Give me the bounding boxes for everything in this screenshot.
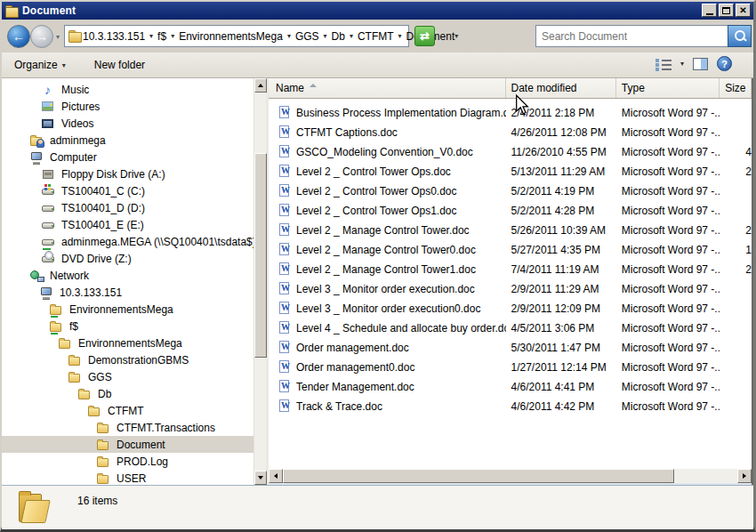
chevron-down-icon[interactable]: ▾ xyxy=(394,32,406,40)
breadcrumb-segment-label[interactable]: GGS xyxy=(295,30,319,43)
sidebar-tree-item[interactable]: adminmega.MEGA (\\SQ100401\tsdata$) (H:) xyxy=(2,233,253,250)
file-type: Microsoft Word 97 -... xyxy=(616,263,720,276)
sidebar-tree-item[interactable]: Computer xyxy=(2,149,253,165)
refresh-button[interactable]: ⇄ xyxy=(414,26,435,46)
sidebar-tree-item[interactable]: CTFMT.Transactions xyxy=(2,419,253,436)
horizontal-scroll-thumb[interactable] xyxy=(283,469,674,483)
sidebar-tree-item[interactable]: PROD.Log xyxy=(2,453,253,470)
scroll-left-button[interactable] xyxy=(269,469,283,483)
sidebar-tree-item[interactable]: Music xyxy=(2,81,253,98)
breadcrumb-segment-label[interactable]: 10.3.133.151 xyxy=(83,30,145,43)
help-icon[interactable]: ? xyxy=(717,56,732,71)
file-row[interactable]: Tender Management.doc 4/6/2011 4:41 PM M… xyxy=(269,377,752,397)
column-header-name[interactable]: Name xyxy=(269,78,506,98)
file-name: Level 2 _ Control Tower Ops0.doc xyxy=(296,185,457,197)
sidebar-tree-item[interactable]: 10.3.133.151 xyxy=(2,284,253,301)
scroll-right-button[interactable] xyxy=(737,469,752,483)
forward-button[interactable]: → xyxy=(30,25,53,48)
breadcrumb-segment[interactable]: ▾ Db xyxy=(319,30,345,43)
breadcrumb-segment-label[interactable]: f$ xyxy=(157,30,166,43)
scroll-up-button[interactable] xyxy=(254,78,267,93)
breadcrumb-segment-label[interactable]: Db xyxy=(332,30,345,43)
titlebar[interactable]: Document ✕ xyxy=(2,2,753,20)
file-list-panel: Name Date modified Type Size xyxy=(269,78,753,485)
sidebar-tree-item[interactable]: adminmega xyxy=(2,132,253,149)
sidebar-tree-item[interactable]: TS100401_C (C:) xyxy=(2,182,253,199)
file-name: Level 3 _ Monitor order execution.doc xyxy=(296,283,475,295)
file-row[interactable]: Level 3 _ Monitor order execution.doc 2/… xyxy=(269,279,752,299)
sidebar-tree-item[interactable]: DemonstrationGBMS xyxy=(2,351,253,368)
file-row[interactable]: Level 2 _ Manage Control Tower0.doc 5/27… xyxy=(269,240,752,260)
close-button[interactable]: ✕ xyxy=(736,4,751,17)
sort-ascending-icon xyxy=(310,84,317,87)
sidebar-tree-item[interactable]: USER xyxy=(2,470,253,485)
file-row[interactable]: CTFMT Captions.doc 4/26/2011 12:08 PM Mi… xyxy=(269,123,752,142)
address-history-chevron-icon[interactable]: ▾ xyxy=(454,32,462,40)
sidebar-tree-item[interactable]: Videos xyxy=(2,115,253,132)
sidebar-tree-item[interactable]: Document xyxy=(2,436,253,453)
new-folder-button[interactable]: New folder xyxy=(87,55,152,75)
file-type: Microsoft Word 97 -... xyxy=(616,381,720,393)
file-row[interactable]: GSCO_Modeling Convention_V0.doc 11/26/20… xyxy=(269,142,752,162)
breadcrumb-segment-label[interactable]: EnvironnementsMega xyxy=(179,30,283,43)
views-icon[interactable] xyxy=(655,58,672,70)
breadcrumb-segment-label[interactable]: CTFMT xyxy=(358,30,394,43)
organize-button[interactable]: Organize ▾ xyxy=(7,55,73,75)
file-type: Microsoft Word 97 -... xyxy=(616,185,720,197)
sidebar-tree-item[interactable]: Network xyxy=(2,267,253,284)
file-row[interactable]: Order management.doc 5/30/2011 1:47 PM M… xyxy=(269,338,752,358)
column-header-date-modified[interactable]: Date modified xyxy=(506,78,616,98)
breadcrumb-segment[interactable]: ▾ CTFMT xyxy=(345,30,394,43)
chevron-down-icon[interactable]: ▾ xyxy=(283,32,295,40)
preview-pane-icon[interactable] xyxy=(693,58,708,70)
sidebar-tree-item[interactable]: f$ xyxy=(2,318,253,335)
search-icon[interactable] xyxy=(728,25,752,47)
open-folder-icon xyxy=(16,489,52,527)
tree-item-icon xyxy=(49,302,64,317)
horizontal-scrollbar[interactable] xyxy=(269,469,752,483)
file-row[interactable]: Level 2 _ Control Tower Ops1.doc 5/2/201… xyxy=(269,201,752,221)
tree-item-icon xyxy=(68,370,83,384)
column-header-size[interactable]: Size xyxy=(720,78,752,98)
sidebar-tree-item[interactable]: DVD Drive (Z:) xyxy=(2,250,253,267)
scroll-down-button[interactable] xyxy=(254,471,267,485)
breadcrumb[interactable]: ▾ 10.3.133.151 ▾ f$ ▾ EnvironnementsMega xyxy=(64,25,409,47)
file-row[interactable]: Level 2 _ Control Tower Ops.doc 5/13/201… xyxy=(269,162,752,181)
views-chevron-icon[interactable]: ▾ xyxy=(680,60,684,68)
breadcrumb-segment[interactable]: ▾ EnvironnementsMega xyxy=(166,30,283,43)
file-row[interactable]: Level 2 _ Manage Control Tower1.doc 7/4/… xyxy=(269,260,752,279)
sidebar-vertical-scrollbar[interactable] xyxy=(253,78,266,485)
file-row[interactable]: Level 2 _ Control Tower Ops0.doc 5/2/201… xyxy=(269,181,752,201)
sidebar-tree-item[interactable]: GGS xyxy=(2,368,253,385)
chevron-down-icon[interactable]: ▾ xyxy=(319,32,332,40)
column-headers: Name Date modified Type Size xyxy=(269,78,752,99)
file-date-modified: 5/26/2011 10:39 AM xyxy=(506,224,616,237)
chevron-down-icon[interactable]: ▾ xyxy=(166,32,179,40)
file-row[interactable]: Level 2 _ Manage Control Tower.doc 5/26/… xyxy=(269,221,752,240)
breadcrumb-segment[interactable]: ▾ f$ xyxy=(145,30,166,43)
back-button[interactable]: ← xyxy=(7,25,30,48)
chevron-down-icon[interactable]: ▾ xyxy=(345,32,358,40)
sidebar-tree-item[interactable]: CTFMT xyxy=(2,402,253,419)
file-row[interactable]: Level 3 _ Monitor order execution0.doc 2… xyxy=(269,299,752,318)
tree-item-label: f$ xyxy=(69,320,78,333)
sidebar-tree-item[interactable]: TS100401_D (D:) xyxy=(2,199,253,216)
breadcrumb-segment[interactable]: ▾ GGS xyxy=(283,30,319,43)
chevron-down-icon[interactable]: ▾ xyxy=(145,32,157,40)
recent-pages-chevron-icon[interactable]: ▾ xyxy=(56,33,60,41)
sidebar-tree-item[interactable]: Pictures xyxy=(2,98,253,115)
file-row[interactable]: Track & Trace.doc 4/6/2011 4:42 PM Micro… xyxy=(269,397,752,416)
file-row[interactable]: Business Process Implementation Diagram.… xyxy=(269,103,752,123)
search-input[interactable] xyxy=(535,25,728,47)
minimize-button[interactable] xyxy=(702,4,717,17)
file-row[interactable]: Level 4 _ Schedule and allocate buy orde… xyxy=(269,318,752,338)
column-header-type[interactable]: Type xyxy=(616,78,720,98)
sidebar-tree-item[interactable]: TS100401_E (E:) xyxy=(2,216,253,233)
sidebar-tree-item[interactable]: Floppy Disk Drive (A:) xyxy=(2,165,253,182)
vertical-scroll-thumb[interactable] xyxy=(254,153,267,358)
sidebar-tree-item[interactable]: EnvironnementsMega xyxy=(2,335,253,351)
sidebar-tree-item[interactable]: EnvironnementsMega xyxy=(2,301,253,318)
file-row[interactable]: Order management0.doc 1/27/2011 12:14 PM… xyxy=(269,358,752,377)
maximize-button[interactable] xyxy=(719,4,734,17)
sidebar-tree-item[interactable]: Db xyxy=(2,385,253,402)
